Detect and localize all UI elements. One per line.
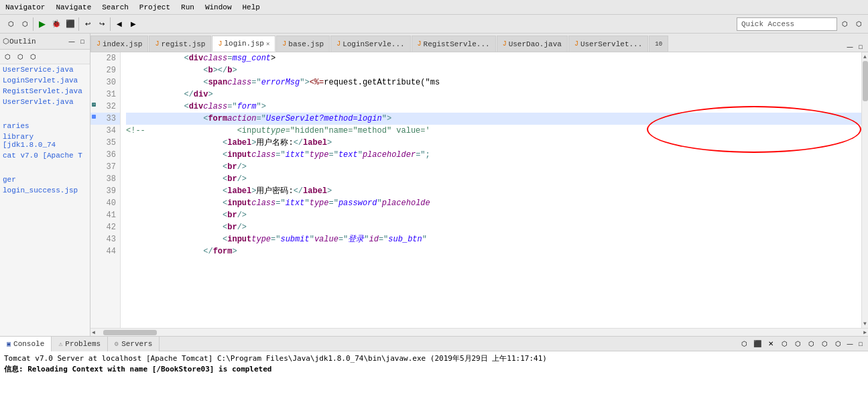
scroll-arrow-down[interactable]: ▼	[862, 319, 868, 328]
menu-navigator[interactable]: Navigator	[3, 3, 48, 11]
sidebar: ⬡ Outlin — □ ⬡ ⬡ ⬡ UserService.java Logi…	[0, 34, 90, 336]
console-tab-problems[interactable]: ⚠ Problems	[52, 337, 108, 351]
console-icon: ▣	[7, 340, 11, 348]
tab-userdao[interactable]: J UserDao.java	[497, 36, 568, 52]
code-line-35: <label>用户名称: </label>	[126, 137, 861, 149]
line-numbers: 28 29 30 31 32→ 33 34 35 36 37 38 39 40 …	[90, 52, 121, 328]
horizontal-scrollbar[interactable]: ◀ ▶	[90, 328, 868, 336]
tab-overflow[interactable]: 10	[649, 36, 668, 52]
sidebar-tb-btn2[interactable]: ⬡	[14, 51, 26, 63]
console-tab-servers[interactable]: ⚙ Servers	[108, 337, 160, 351]
console-clear-btn[interactable]: ✕	[765, 338, 777, 350]
line-num-28: 28	[90, 52, 120, 64]
toolbar-btn-a[interactable]: ↩	[81, 17, 95, 31]
sidebar-tb-btn3[interactable]: ⬡	[27, 51, 39, 63]
tab-label-base: base.jsp	[288, 40, 324, 48]
console-panel: ▣ Console ⚠ Problems ⚙ Servers ⬡ ⬛ ✕ ⬡ ⬡…	[0, 336, 868, 401]
toolbar-debug-btn[interactable]: 🐞	[50, 17, 63, 31]
code-line-32: <div class="form">	[126, 101, 861, 113]
sidebar-maximize-btn[interactable]: □	[78, 37, 87, 46]
tab-min-btn[interactable]: —	[845, 42, 855, 52]
h-scroll-right[interactable]: ▶	[862, 329, 868, 335]
code-line-28: <div class= msg_cont >	[126, 52, 861, 64]
code-line-41: <br />	[126, 209, 861, 221]
sidebar-spacer2	[0, 161, 90, 174]
quick-access-box[interactable]: Quick Access	[737, 17, 837, 31]
menu-search[interactable]: Search	[99, 3, 131, 11]
menu-help[interactable]: Help	[239, 3, 262, 11]
code-line-31: </div>	[126, 89, 861, 101]
sidebar-bottom-item[interactable]: login_success.jsp	[0, 185, 90, 196]
line-num-30: 30	[90, 76, 120, 89]
menu-project[interactable]: Project	[137, 3, 173, 11]
h-scroll-thumb[interactable]	[103, 330, 157, 335]
sidebar-title: ⬡	[3, 37, 9, 46]
code-line-37: <br />	[126, 161, 861, 173]
tab-login-servlet[interactable]: J LoginServle...	[330, 36, 410, 52]
console-btn-5[interactable]: ⬡	[792, 338, 804, 350]
toolbar-group-4: ◀ ▶	[111, 17, 141, 31]
console-max-btn[interactable]: □	[856, 339, 865, 349]
line-num-34: 34	[90, 125, 120, 137]
toolbar-icon-1[interactable]: ⬡	[838, 17, 851, 31]
tab-label-index: index.jsp	[103, 40, 142, 48]
tab-overflow-label: 10	[655, 41, 662, 48]
sidebar-item[interactable]: RegistServlet.java	[0, 86, 90, 97]
toolbar: ⬡ ⬡ ▶ 🐞 ⬛ ↩ ↪ ◀ ▶ Quick Access ⬡ ⬡	[0, 15, 868, 34]
toolbar-btn-b[interactable]: ↪	[95, 17, 109, 31]
tab-max-btn[interactable]: □	[856, 42, 865, 52]
console-content: Tomcat v7.0 Server at localhost [Apache …	[0, 351, 868, 377]
sidebar-tb-btn1[interactable]: ⬡	[1, 51, 13, 63]
console-btn-4[interactable]: ⬡	[778, 338, 790, 350]
sidebar-bottom-item[interactable]: ger	[0, 174, 90, 185]
console-min-btn[interactable]: —	[845, 339, 855, 349]
sidebar-item[interactable]: UserService.java	[0, 64, 90, 75]
sidebar-content: UserService.java LoginServlet.java Regis…	[0, 64, 90, 336]
h-scroll-left[interactable]: ◀	[90, 329, 97, 335]
tab-login-jsp[interactable]: J login.jsp ✕	[212, 36, 275, 52]
tab-base-jsp[interactable]: J base.jsp	[276, 36, 330, 52]
sidebar-header: ⬡ Outlin — □	[0, 34, 90, 50]
tab-close-icon[interactable]: ✕	[266, 40, 269, 48]
sidebar-item[interactable]: UserServlet.java	[0, 97, 90, 107]
toolbar-btn-1[interactable]: ⬡	[4, 17, 17, 31]
sidebar-title-text: Outlin	[9, 38, 36, 46]
tab-label-us: UserServlet...	[580, 40, 642, 48]
console-toolbar: ⬡ ⬛ ✕ ⬡ ⬡ ⬡ ⬡ ⬡ — □	[735, 338, 868, 350]
sidebar-header-controls: — □	[67, 37, 87, 46]
tab-userservlet[interactable]: J UserServlet...	[568, 36, 648, 52]
toolbar-stop-btn[interactable]: ⬛	[64, 17, 77, 31]
sidebar-minimize-btn[interactable]: —	[67, 37, 76, 46]
console-btn-6[interactable]: ⬡	[805, 338, 817, 350]
quick-access-label: Quick Access	[741, 20, 794, 28]
sidebar-footer-item[interactable]: library [jdk1.8.0_74	[0, 131, 90, 150]
console-stop-btn[interactable]: ⬛	[751, 338, 763, 350]
toolbar-btn-2[interactable]: ⬡	[18, 17, 32, 31]
tab-regist-jsp[interactable]: J regist.jsp	[149, 36, 211, 52]
code-content[interactable]: <div class= msg_cont > <b></b> <span cla…	[121, 52, 861, 328]
tab-index-jsp[interactable]: J index.jsp	[90, 36, 148, 52]
menu-window[interactable]: Window	[202, 3, 235, 11]
tab-regist-servlet[interactable]: J RegistServle...	[412, 36, 496, 52]
toolbar-icon-2[interactable]: ⬡	[852, 17, 865, 31]
line-num-42: 42	[90, 221, 120, 233]
line-num-39: 39	[90, 185, 120, 197]
scroll-arrow-up[interactable]: ▲	[862, 52, 868, 61]
sidebar-footer-item[interactable]: raries	[0, 121, 90, 131]
toolbar-btn-d[interactable]: ▶	[127, 17, 140, 31]
sidebar-item[interactable]: LoginServlet.java	[0, 75, 90, 86]
tab-label-ud: UserDao.java	[509, 40, 562, 48]
console-btn-7[interactable]: ⬡	[818, 338, 830, 350]
sidebar-footer-item[interactable]: cat v7.0 [Apache T	[0, 150, 90, 161]
console-btn-8[interactable]: ⬡	[832, 338, 844, 350]
scroll-thumb[interactable]	[863, 61, 868, 101]
tab-icon-base: J	[282, 40, 286, 48]
toolbar-btn-c[interactable]: ◀	[113, 17, 126, 31]
toolbar-run-btn[interactable]: ▶	[36, 17, 49, 31]
menu-run[interactable]: Run	[178, 3, 197, 11]
main-layout: ⬡ Outlin — □ ⬡ ⬡ ⬡ UserService.java Logi…	[0, 34, 868, 336]
vertical-scrollbar[interactable]: ▲ ▼	[861, 52, 868, 328]
console-btn-1[interactable]: ⬡	[738, 338, 750, 350]
menu-navigate[interactable]: Navigate	[53, 3, 94, 11]
console-tab-console[interactable]: ▣ Console	[0, 337, 52, 351]
